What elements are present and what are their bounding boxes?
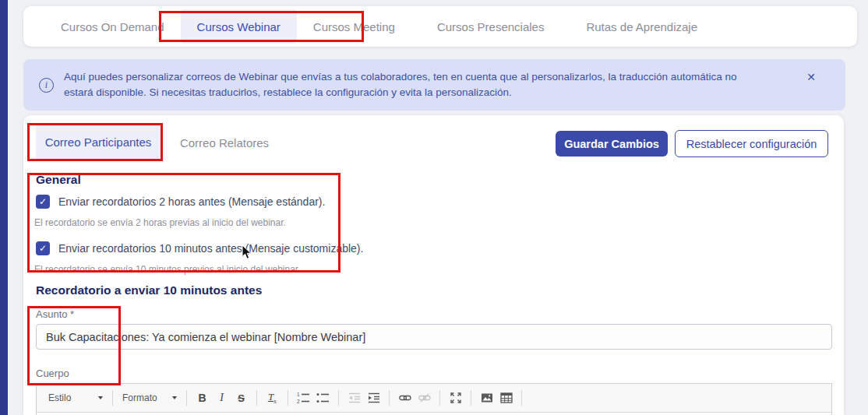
toolbar-divider	[338, 390, 339, 406]
unlink-icon	[415, 389, 434, 408]
tab-correo-participantes[interactable]: Correo Participantes	[36, 125, 161, 160]
reminder-2h-checkbox[interactable]: ✓	[36, 195, 50, 209]
toolbar-divider	[288, 390, 288, 406]
format-dropdown-label: Formato	[122, 392, 157, 403]
body-editor: Estilo Formato B I S Tx 12	[36, 383, 832, 415]
reminder-2h-label: Enviar recordatorios 2 horas antes (Mens…	[58, 195, 325, 208]
save-changes-button[interactable]: Guardar Cambios	[556, 131, 668, 157]
nav-tab-cursos-meeting[interactable]: Cursos Meeting	[297, 6, 411, 47]
toolbar-divider	[471, 390, 471, 406]
reminder-10m-checkbox[interactable]: ✓	[36, 241, 50, 255]
body-label: Cuerpo	[36, 368, 69, 379]
toolbar-divider	[186, 390, 187, 406]
info-banner: i Aquí puedes personalizar correos de We…	[23, 59, 845, 111]
nav-tab-cursos-webinar[interactable]: Cursos Webinar	[181, 9, 297, 44]
style-dropdown-label: Estilo	[48, 392, 71, 403]
chevron-down-icon	[172, 396, 177, 399]
svg-text:2: 2	[297, 399, 300, 404]
toolbar-divider	[439, 390, 440, 406]
italic-icon[interactable]: I	[212, 389, 231, 408]
toolbar-divider	[112, 390, 113, 406]
chevron-down-icon	[98, 396, 103, 399]
reset-configuration-button[interactable]: Restablecer configuración	[675, 130, 828, 157]
sidebar-edge-strip	[0, 0, 8, 415]
style-dropdown[interactable]: Estilo	[44, 392, 107, 403]
reminder-2h-hint: El recordatorio se envía 2 horas previas…	[34, 217, 286, 228]
reminder-10m-hint: El recordatorio se envía 10 minutos prev…	[34, 264, 301, 275]
indent-icon[interactable]	[364, 389, 383, 408]
subject-label: Asunto *	[36, 308, 74, 320]
editor-toolbar: Estilo Formato B I S Tx 12	[37, 384, 831, 413]
table-icon[interactable]	[496, 389, 516, 408]
image-icon[interactable]	[477, 389, 496, 408]
subject-input[interactable]	[36, 324, 832, 350]
reminder-2h-option-row: ✓ Enviar recordatorios 2 horas antes (Me…	[36, 195, 325, 209]
reminder-section-title: Recordatorio a enviar 10 minutos antes	[36, 283, 262, 297]
toolbar-divider	[521, 390, 522, 406]
reminder-10m-option-row: ✓ Enviar recordatorios 10 minutos antes …	[36, 241, 363, 255]
maximize-icon[interactable]	[446, 389, 465, 408]
svg-text:1: 1	[297, 392, 300, 397]
close-icon[interactable]: ✕	[806, 71, 816, 83]
reminder-10m-label: Enviar recordatorios 10 minutos antes (M…	[58, 242, 363, 255]
bulleted-list-icon[interactable]	[313, 389, 333, 408]
link-icon[interactable]	[395, 389, 415, 408]
general-section-title: General	[36, 173, 81, 187]
toolbar-divider	[256, 390, 257, 406]
email-settings-card: Correo Participantes Correo Relatores Gu…	[23, 115, 844, 415]
nav-tab-rutas-de-aprendizaje[interactable]: Rutas de Aprendizaje	[570, 6, 714, 47]
nav-tab-cursos-on-demand[interactable]: Cursos On Demand	[44, 6, 181, 47]
bold-icon[interactable]: B	[192, 389, 212, 408]
remove-format-icon[interactable]: Tx	[263, 389, 282, 408]
strikethrough-icon[interactable]: S	[231, 389, 251, 408]
info-icon: i	[39, 78, 54, 93]
tab-correo-relatores[interactable]: Correo Relatores	[173, 125, 276, 160]
format-dropdown[interactable]: Formato	[118, 392, 181, 403]
numbered-list-icon[interactable]: 12	[294, 389, 313, 408]
toolbar-divider	[389, 390, 390, 406]
outdent-icon	[344, 389, 364, 408]
nav-tab-cursos-presenciales[interactable]: Cursos Presenciales	[421, 6, 561, 47]
info-banner-text: Aquí puedes personalizar correos de Webi…	[64, 69, 761, 100]
top-navigation: Cursos On Demand Cursos Webinar Cursos M…	[23, 6, 857, 47]
app-screen: Cursos On Demand Cursos Webinar Cursos M…	[0, 0, 868, 415]
